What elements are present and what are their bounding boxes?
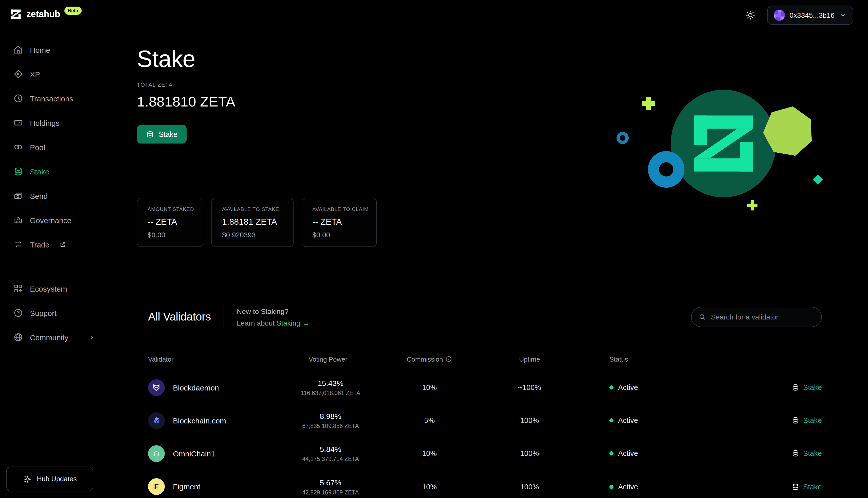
- validator-search: [691, 307, 822, 327]
- stake-action-label: Stake: [803, 383, 822, 392]
- stake-action-link[interactable]: Stake: [731, 383, 822, 392]
- stake-action-label: Stake: [803, 416, 822, 424]
- new-to-staking-text: New to Staking?: [237, 307, 309, 315]
- sidebar-item-support[interactable]: Support: [0, 301, 99, 325]
- sidebar-item-home[interactable]: Home: [0, 38, 99, 62]
- validator-name: Blockchain.com: [173, 416, 226, 425]
- sidebar-item-stake[interactable]: Stake: [0, 159, 99, 184]
- voting-power-zeta: 44,175,379.714 ZETA: [290, 456, 371, 462]
- status-label: Active: [618, 483, 638, 491]
- sidebar-item-xp[interactable]: XP: [0, 62, 99, 86]
- col-commission: Commission: [371, 355, 488, 363]
- chevron-down-icon: [839, 11, 847, 19]
- coins-icon: [791, 449, 800, 457]
- stake-action-link[interactable]: Stake: [731, 483, 822, 491]
- available-to-claim-card: AVAILABLE TO CLAIM -- ZETA $0.00: [302, 198, 377, 247]
- topbar: 0x3345...3b16: [744, 5, 854, 25]
- coins-icon: [791, 416, 800, 424]
- sidebar-item-label: Holdings: [30, 118, 59, 127]
- sidebar-item-label: Pool: [30, 143, 45, 152]
- stake-button[interactable]: Stake: [137, 125, 187, 144]
- globe-icon: [13, 332, 23, 342]
- zetahub-logo-icon: [9, 8, 22, 21]
- sidebar-nav: Home XP Transactions Holdings Pool Stake: [0, 38, 99, 257]
- validator-row: Blockchain.com 8.98% 67,835,109.856 ZETA…: [148, 404, 822, 437]
- voting-power-pct: 5.67%: [290, 478, 371, 487]
- validators-heading: All Validators: [148, 310, 211, 324]
- sidebar-item-send[interactable]: Send: [0, 184, 99, 208]
- stake-stat-cards: AMOUNT STAKED -- ZETA $0.00 AVAILABLE TO…: [137, 198, 868, 247]
- stake-action-link[interactable]: Stake: [731, 449, 822, 457]
- card-value: -- ZETA: [312, 217, 366, 227]
- sidebar-item-label: Home: [30, 45, 50, 54]
- active-status-dot: [610, 485, 614, 489]
- sidebar: zetahub Beta Home XP Transactions Holdin…: [0, 0, 99, 498]
- status-label: Active: [618, 449, 638, 457]
- stake-action-label: Stake: [803, 483, 822, 491]
- uptime-value: ~100%: [488, 383, 571, 392]
- stake-action-label: Stake: [803, 449, 822, 457]
- validator-row: F Figment 5.67% 42,829,169.869 ZETA 10% …: [148, 470, 822, 498]
- validator-name: Blockdaemon: [173, 383, 219, 392]
- sidebar-item-label: Trade: [30, 240, 50, 249]
- logo[interactable]: zetahub Beta: [0, 0, 99, 21]
- validators-table: Validator Voting Power ↓ Commission Upti…: [148, 355, 822, 498]
- stake-button-label: Stake: [159, 130, 177, 138]
- col-voting-power[interactable]: Voting Power ↓: [290, 355, 371, 363]
- trade-icon: [13, 239, 23, 249]
- learn-about-staking-link[interactable]: Learn about Staking →: [237, 319, 309, 327]
- voting-power-pct: 15.43%: [290, 379, 371, 388]
- coins-icon: [146, 130, 154, 138]
- theme-toggle-button[interactable]: [744, 9, 757, 22]
- coins-icon: [13, 166, 23, 176]
- sidebar-item-label: Support: [30, 309, 56, 317]
- commission-value: 10%: [371, 483, 488, 491]
- sidebar-item-trade[interactable]: Trade: [0, 232, 99, 257]
- beta-badge: Beta: [64, 6, 82, 15]
- hub-updates-button[interactable]: Hub Updates: [6, 467, 93, 492]
- wallet-button[interactable]: 0x3345...3b16: [767, 5, 854, 25]
- col-status: Status: [571, 355, 731, 363]
- validator-name: OmniChain1: [173, 449, 215, 458]
- xp-icon: [13, 69, 23, 79]
- sidebar-item-governance[interactable]: Governance: [0, 208, 99, 232]
- sidebar-item-holdings[interactable]: Holdings: [0, 110, 99, 135]
- sidebar-item-label: Transactions: [30, 94, 73, 103]
- sidebar-item-pool[interactable]: Pool: [0, 135, 99, 159]
- sidebar-item-community[interactable]: Community: [0, 325, 99, 350]
- card-label: AVAILABLE TO CLAIM: [312, 206, 366, 212]
- status-cell: Active: [571, 483, 731, 491]
- wallet-address: 0x3345...3b16: [790, 11, 835, 19]
- validator-name: Figment: [173, 482, 200, 491]
- sidebar-item-ecosystem[interactable]: Ecosystem: [0, 276, 99, 301]
- voting-power-pct: 5.84%: [290, 445, 371, 454]
- active-status-dot: [610, 385, 614, 390]
- search-input[interactable]: [711, 313, 814, 321]
- uptime-value: 100%: [488, 449, 571, 457]
- cash-icon: [13, 191, 23, 201]
- pool-icon: [13, 142, 23, 152]
- sidebar-item-label: Stake: [30, 167, 50, 176]
- col-validator: Validator: [148, 355, 290, 363]
- sidebar-item-label: Governance: [30, 216, 71, 224]
- status-cell: Active: [571, 383, 731, 392]
- voting-power-pct: 8.98%: [290, 412, 371, 420]
- info-icon[interactable]: [445, 355, 452, 363]
- validator-avatar: F: [148, 478, 165, 495]
- status-label: Active: [618, 416, 638, 424]
- status-label: Active: [618, 383, 638, 392]
- sidebar-item-transactions[interactable]: Transactions: [0, 86, 99, 110]
- commission-value: 10%: [371, 383, 488, 392]
- clock-icon: [13, 93, 23, 103]
- validators-section: All Validators New to Staking? Learn abo…: [99, 273, 868, 498]
- validators-header: All Validators New to Staking? Learn abo…: [148, 305, 822, 329]
- sidebar-item-label: XP: [30, 70, 40, 78]
- card-value: 1.88181 ZETA: [222, 217, 283, 227]
- hub-updates-label: Hub Updates: [37, 475, 77, 483]
- card-usd: $0.00: [312, 231, 366, 239]
- voting-power-zeta: 116,637,018.061 ZETA: [290, 390, 371, 396]
- stake-action-link[interactable]: Stake: [731, 416, 822, 424]
- validator-row: O OmniChain1 5.84% 44,175,379.714 ZETA 1…: [148, 437, 822, 470]
- sidebar-secondary-nav: Ecosystem Support Community: [0, 276, 99, 350]
- ecosystem-icon: [13, 284, 23, 293]
